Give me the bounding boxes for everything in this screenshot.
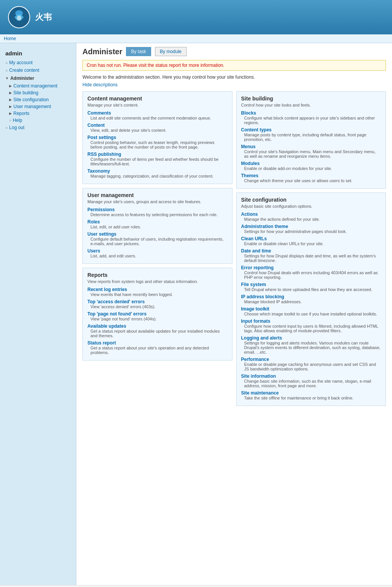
link-input-formats[interactable]: Input formats — [241, 319, 381, 324]
link-group: Top 'access denied' errors View 'access … — [87, 299, 227, 309]
site-title: 火韦 — [35, 11, 52, 23]
link-site-maintenance[interactable]: Site maintenance — [241, 390, 381, 396]
sidebar-sub-sitebuilding[interactable]: ▶ Site building — [0, 89, 76, 96]
link-group: Input formats Configure how content inpu… — [241, 319, 381, 333]
link-group: IP address blocking Manage blocked IP ad… — [241, 294, 381, 304]
section-title: Site building — [241, 95, 381, 102]
site-header: 火韦 — [0, 0, 392, 34]
bullet-icon: ○ — [5, 61, 8, 65]
link-rss-publishing[interactable]: RSS publishing — [87, 152, 227, 157]
link-desc: Configure default behavior of users, inc… — [90, 237, 227, 246]
link-group: Content types Manage posts by content ty… — [241, 127, 381, 142]
link-desc: Take the site offline for maintenance or… — [244, 396, 381, 400]
link-desc: Control how Drupal deals with errors inc… — [244, 270, 381, 280]
link-ip-blocking[interactable]: IP address blocking — [241, 294, 381, 299]
section-desc: View reports from system logs and other … — [87, 279, 227, 284]
link-error-reporting[interactable]: Error reporting — [241, 265, 381, 270]
link-group: Blocks Configure what block content appe… — [241, 110, 381, 125]
link-file-system[interactable]: File system — [241, 282, 381, 287]
link-performance[interactable]: Performance — [241, 357, 381, 362]
sidebar-item-createcontent[interactable]: ○ Create content — [0, 66, 76, 74]
logo-area: 火韦 — [8, 6, 52, 29]
tab-bymodule[interactable]: By module — [155, 47, 187, 56]
link-image-toolkit[interactable]: Image toolkit — [241, 306, 381, 312]
link-desc: Configure the number of items per feed a… — [90, 157, 227, 166]
link-group: RSS publishing Configure the number of i… — [87, 152, 227, 166]
link-desc: Control your site's Navigation menu, Mai… — [244, 149, 381, 158]
triangle-icon: ▶ — [9, 112, 12, 115]
section-user-management: User management Manage your site's users… — [82, 188, 232, 264]
link-desc: Settings for how Drupal displays date an… — [244, 254, 381, 263]
link-group: Themes Change which theme your site uses… — [241, 173, 381, 183]
sidebar-section-label: Administer — [10, 76, 34, 81]
link-taxonomy[interactable]: Taxonomy — [87, 168, 227, 174]
link-status-report[interactable]: Status report — [87, 340, 227, 346]
sidebar-section-administer[interactable]: ▼ Administer — [0, 74, 76, 82]
link-desc: Enable or disable add-on modules for you… — [244, 166, 381, 171]
sidebar-sub-label: Content management — [13, 83, 57, 89]
link-themes[interactable]: Themes — [241, 173, 381, 178]
link-page-not-found[interactable]: Top 'page not found' errors — [87, 311, 227, 317]
page-title-bar: Administer By task By module — [82, 47, 386, 56]
footer: Drupal — [0, 585, 392, 587]
section-content-management: Content management Manage your site's co… — [82, 91, 232, 184]
sidebar-item-myaccount[interactable]: ○ My account — [0, 59, 76, 66]
link-menus[interactable]: Menus — [241, 144, 381, 149]
link-content-types[interactable]: Content types — [241, 127, 381, 133]
link-modules[interactable]: Modules — [241, 161, 381, 166]
link-content[interactable]: Content — [87, 123, 227, 128]
link-date-time[interactable]: Date and time — [241, 248, 381, 254]
sidebar-sub-label: Site building — [13, 90, 38, 95]
link-desc: List, edit, or add user roles. — [90, 225, 227, 229]
section-site-building: Site building Control how your site look… — [236, 91, 386, 189]
sidebar-sub-contentmgmt[interactable]: ▶ Content management — [0, 82, 76, 89]
link-blocks[interactable]: Blocks — [241, 110, 381, 116]
link-comments[interactable]: Comments — [87, 110, 227, 116]
link-roles[interactable]: Roles — [87, 219, 227, 225]
link-group: Date and time Settings for how Drupal di… — [241, 248, 381, 263]
link-group: Available updates Get a status report ab… — [87, 323, 227, 338]
link-group: Users List, add, and edit users. — [87, 248, 227, 258]
link-access-denied[interactable]: Top 'access denied' errors — [87, 299, 227, 304]
link-post-settings[interactable]: Post settings — [87, 135, 227, 140]
sidebar-item-logout[interactable]: ○ Log out — [0, 124, 76, 131]
link-group: Permissions Determine access to features… — [87, 207, 227, 217]
sidebar-sub-usermgmt[interactable]: ▶ User management — [0, 103, 76, 110]
link-user-settings[interactable]: User settings — [87, 231, 227, 237]
left-column: Content management Manage your site's co… — [82, 91, 232, 406]
link-group: Modules Enable or disable add-on modules… — [241, 161, 381, 171]
sidebar: admin ○ My account ○ Create content ▼ Ad… — [0, 43, 76, 585]
link-recent-log[interactable]: Recent log entries — [87, 287, 227, 292]
sidebar-sub-help[interactable]: ○ Help — [0, 117, 76, 124]
section-title: User management — [87, 192, 227, 198]
section-title: Reports — [87, 272, 227, 278]
home-link[interactable]: Home — [4, 36, 16, 41]
link-group: Content View, edit, and delete your site… — [87, 123, 227, 133]
link-group: Post settings Control posting behavior, … — [87, 135, 227, 149]
link-admin-theme[interactable]: Administration theme — [241, 224, 381, 229]
link-desc: Manage the actions defined for your site… — [244, 217, 381, 222]
link-available-updates[interactable]: Available updates — [87, 323, 227, 329]
link-actions[interactable]: Actions — [241, 212, 381, 217]
sidebar-item-label: My account — [9, 60, 32, 65]
link-desc: Settings for logging and alerts modules.… — [244, 341, 381, 354]
link-desc: Get a status report about your site's op… — [90, 346, 227, 355]
link-desc: Get a status report about available upda… — [90, 329, 227, 338]
link-desc: Control posting behavior, such as teaser… — [90, 140, 227, 149]
page-title: Administer — [82, 47, 122, 56]
section-site-configuration: Site configuration Adjust basic site con… — [236, 192, 386, 406]
link-users[interactable]: Users — [87, 248, 227, 254]
link-logging-alerts[interactable]: Logging and alerts — [241, 335, 381, 341]
admin-label: admin — [0, 47, 76, 59]
link-permissions[interactable]: Permissions — [87, 207, 227, 212]
section-title: Site configuration — [241, 197, 381, 203]
link-group: User settings Configure default behavior… — [87, 231, 227, 246]
sidebar-sub-siteconfig[interactable]: ▶ Site configuration — [0, 96, 76, 103]
hide-descriptions-link[interactable]: Hide descriptions — [82, 82, 118, 87]
link-clean-urls[interactable]: Clean URLs — [241, 236, 381, 241]
triangle-icon: ○ — [9, 118, 11, 122]
tab-bytask[interactable]: By task — [126, 47, 151, 56]
sidebar-item-label: Log out — [9, 125, 24, 130]
sidebar-sub-reports[interactable]: ▶ Reports — [0, 110, 76, 117]
link-site-information[interactable]: Site information — [241, 374, 381, 379]
